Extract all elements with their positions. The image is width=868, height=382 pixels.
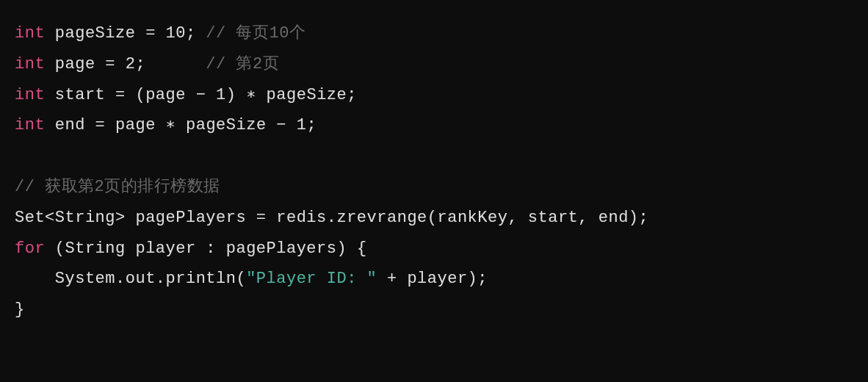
keyword-int: int	[15, 24, 45, 43]
comment-text: // 每页10个	[206, 24, 305, 43]
number-literal: 1	[297, 116, 307, 134]
expression: = page ∗ pageSize −	[85, 116, 297, 134]
blank-line	[15, 141, 853, 172]
code-line-1: int pageSize = 10; // 每页10个	[15, 18, 853, 49]
indent	[15, 270, 55, 288]
closing-brace: }	[15, 300, 25, 319]
semicolon: ;	[186, 24, 206, 43]
code-line-2: int page = 2; // 第2页	[15, 49, 853, 80]
variable-start: start	[55, 86, 106, 104]
code-line-6: Set<String> pagePlayers = redis.zrevrang…	[15, 203, 853, 234]
expression: = (page −	[105, 86, 216, 104]
variable-page: page	[55, 55, 95, 73]
number-literal: 10	[166, 24, 186, 43]
string-literal: "Player ID: "	[246, 270, 377, 288]
code-line-8: System.out.println("Player ID: " + playe…	[15, 264, 853, 295]
code-block: int pageSize = 10; // 每页10个 int page = 2…	[15, 18, 853, 325]
comment-text: // 获取第2页的排行榜数据	[15, 178, 220, 196]
code-line-4: int end = page ∗ pageSize − 1;	[15, 110, 853, 141]
keyword-int: int	[15, 86, 45, 104]
expression-rest: ) ∗ pageSize;	[226, 86, 357, 104]
number-literal: 1	[216, 86, 226, 104]
assign-op: =	[95, 55, 126, 73]
code-line-7: for (String player : pagePlayers) {	[15, 234, 853, 264]
statement-text: Set<String> pagePlayers = redis.zrevrang…	[15, 209, 648, 227]
semicolon: ;	[306, 116, 317, 134]
println-rest: + player);	[377, 270, 488, 288]
code-line-3: int start = (page − 1) ∗ pageSize;	[15, 80, 853, 111]
println-call: System.out.println(	[55, 270, 246, 288]
comment-text: // 第2页	[206, 55, 279, 73]
code-line-9: }	[15, 295, 853, 325]
keyword-int: int	[15, 116, 45, 134]
semicolon: ;	[135, 55, 206, 73]
variable-end: end	[55, 116, 85, 134]
keyword-int: int	[15, 55, 45, 73]
assign-op: =	[135, 24, 165, 43]
code-line-5: // 获取第2页的排行榜数据	[15, 172, 853, 203]
number-literal: 2	[126, 55, 136, 73]
variable-pagesize: pageSize	[55, 24, 136, 43]
for-rest: (String player : pagePlayers) {	[45, 239, 366, 258]
keyword-for: for	[15, 239, 45, 258]
